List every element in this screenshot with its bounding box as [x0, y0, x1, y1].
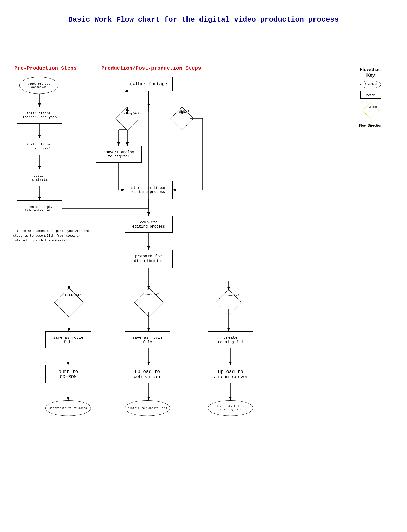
save-movie-cdrom-node: save as movie file: [45, 331, 91, 348]
cdrom-decision-node: CD-ROM?: [45, 289, 92, 316]
upload-stream-node: upload to stream server: [208, 365, 253, 383]
key-decision-shape: Decision: [362, 102, 379, 119]
convert-analog-node: convert analog to digital: [96, 146, 142, 163]
burn-cdrom-node: burn to CD-ROM: [45, 365, 91, 383]
create-streaming-node: create steaming file: [208, 331, 253, 348]
instructional-learner-node: instructional learner/ analysis: [17, 107, 62, 124]
upload-web-node: upload to web server: [125, 365, 170, 383]
start-nonlinear-node: start non-linear editing process: [125, 181, 173, 199]
page-title: Basic Work Flow chart for the digital vi…: [0, 0, 407, 31]
key-action-shape: Action: [360, 91, 381, 99]
prepare-distribution-node: prepare for distribution: [125, 250, 173, 268]
save-movie-web-node: save as movie file: [125, 331, 170, 348]
key-start-end-shape: Start/End: [360, 81, 381, 88]
video-project-node: video project conceived: [19, 77, 58, 94]
distribute-website-node: distribute website link: [125, 400, 170, 416]
web-decision-node: web file?: [125, 289, 173, 316]
distribute-streaming-node: distribute link to streaming file: [208, 400, 253, 416]
flowchart-key: Flowchart Key Start/End Action Decision …: [350, 63, 391, 134]
note-text: * these are assessment goals you wish th…: [13, 229, 91, 243]
distribute-students-node: distribute to students: [45, 400, 91, 416]
key-title: Flowchart Key: [356, 67, 386, 78]
pre-production-header: Pre-Production Steps: [14, 65, 77, 71]
gather-footage-node: gather footage: [125, 77, 173, 91]
production-header: Production/Post-production Steps: [101, 65, 201, 71]
digital-decision-node: digital?: [161, 107, 203, 130]
key-flow-label: Flow Direction: [359, 123, 382, 127]
design-analysis-node: design analysis: [17, 169, 62, 186]
complete-editing-node: complete editing process: [125, 216, 173, 233]
analog-decision-node: analog (v+s?: [106, 107, 148, 130]
instructional-objectives-node: instructional objectives*: [17, 138, 62, 155]
stream-decision-node: stream file?: [208, 289, 249, 316]
create-script-node: create script, film notes, etc.: [17, 200, 62, 217]
